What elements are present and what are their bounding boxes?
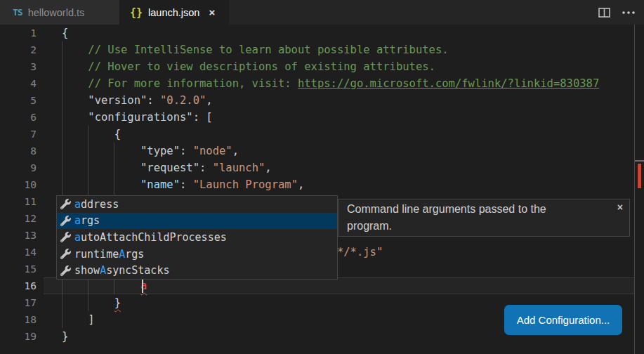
close-icon[interactable]: ×	[617, 202, 623, 213]
line-number: 11	[0, 193, 44, 210]
code-text: {	[62, 25, 68, 41]
code-text: }	[62, 328, 68, 345]
code-line[interactable]: 8 "type": "node",	[0, 143, 644, 159]
vscode-window: TS helloworld.ts {} launch.json ×	[0, 0, 644, 354]
split-editor-icon[interactable]	[598, 8, 610, 18]
line-number: 9	[0, 159, 44, 176]
close-tab-icon[interactable]: ×	[209, 6, 215, 18]
wrench-property-icon	[60, 199, 71, 209]
code-text: "request": "launch",	[62, 159, 272, 176]
code-text: ]	[62, 311, 95, 328]
editor-tab-bar: TS helloworld.ts {} launch.json ×	[0, 0, 644, 25]
code-line[interactable]: 9 "request": "launch",	[0, 159, 644, 176]
line-number: 16	[0, 277, 44, 294]
suggest-item-label: address	[74, 198, 119, 211]
code-editor[interactable]: 1{2 // Use IntelliSense to learn about p…	[0, 25, 644, 354]
code-text: "type": "node",	[62, 143, 239, 159]
line-number: 1	[0, 25, 44, 41]
code-line[interactable]: 16 a	[0, 277, 644, 294]
line-number: 18	[0, 311, 44, 328]
code-text: // For more information, visit: https://…	[62, 75, 599, 92]
json-file-icon: {}	[130, 6, 143, 19]
add-configuration-button[interactable]: Add Configuration...	[504, 305, 622, 335]
wrench-property-icon	[60, 232, 71, 242]
tab-label: helloworld.ts	[28, 7, 85, 18]
code-line[interactable]: 1{	[0, 25, 644, 41]
suggest-item-label: autoAttachChildProcesses	[74, 231, 227, 244]
line-number: 8	[0, 143, 44, 159]
line-number: 2	[0, 41, 44, 58]
suggest-doc-panel: Command line arguments passed to the pro…	[338, 199, 630, 237]
line-number: 17	[0, 294, 44, 311]
line-number: 14	[0, 244, 44, 261]
suggest-item-address[interactable]: address	[57, 196, 337, 213]
code-line[interactable]: 10 "name": "Launch Program",	[0, 176, 644, 193]
suggest-doc-text: Command line arguments passed to the pro…	[347, 201, 589, 235]
code-line[interactable]: 4 // For more information, visit: https:…	[0, 75, 644, 92]
code-line[interactable]: 6 "configurations": [	[0, 109, 644, 126]
line-number: 10	[0, 176, 44, 193]
intellisense-suggest-widget: addressargsautoAttachChildProcessesrunti…	[56, 195, 338, 280]
suggest-item-autoAttachChildProcesses[interactable]: autoAttachChildProcesses	[57, 229, 337, 246]
suggest-item-label: showAsyncStacks	[74, 264, 169, 277]
code-lines: 1{2 // Use IntelliSense to learn about p…	[0, 25, 644, 345]
tab-label: launch.json	[148, 7, 199, 18]
wrench-property-icon	[60, 266, 71, 276]
text-cursor	[142, 278, 143, 293]
code-line[interactable]: 2 // Use IntelliSense to learn about pos…	[0, 41, 644, 58]
tab-helloworld-ts[interactable]: TS helloworld.ts	[0, 0, 119, 25]
code-text: // Hover to view descriptions of existin…	[62, 58, 435, 75]
code-text: // Use IntelliSense to learn about possi…	[62, 41, 449, 58]
more-actions-icon[interactable]	[622, 11, 636, 15]
line-number: 7	[0, 126, 44, 143]
suggest-item-runtimeArgs[interactable]: runtimeArgs	[57, 246, 337, 263]
line-number: 15	[0, 261, 44, 277]
typescript-file-icon: TS	[13, 7, 22, 18]
suggest-item-args[interactable]: args	[57, 213, 337, 230]
suggest-item-label: runtimeArgs	[74, 248, 144, 261]
wrench-property-icon	[60, 216, 71, 226]
code-text: "version": "0.2.0",	[62, 92, 213, 109]
line-number: 4	[0, 75, 44, 92]
line-number: 6	[0, 109, 44, 126]
line-number: 3	[0, 58, 44, 75]
line-number: 19	[0, 328, 44, 345]
code-line[interactable]: 3 // Hover to view descriptions of exist…	[0, 58, 644, 75]
code-line[interactable]: 5 "version": "0.2.0",	[0, 92, 644, 109]
wrench-property-icon	[60, 249, 71, 259]
code-text: a	[62, 277, 147, 294]
code-text: "name": "Launch Program",	[62, 176, 304, 193]
code-text: {	[62, 126, 121, 143]
suggest-item-showAsyncStacks[interactable]: showAsyncStacks	[57, 262, 337, 279]
line-number: 13	[0, 227, 44, 244]
tab-launch-json[interactable]: {} launch.json ×	[119, 0, 229, 25]
line-number: 5	[0, 92, 44, 109]
line-number: 12	[0, 210, 44, 227]
editor-actions	[598, 0, 644, 25]
code-text: "configurations": [	[62, 109, 213, 126]
code-line[interactable]: 7 {	[0, 126, 644, 143]
code-text: }	[62, 294, 121, 311]
suggest-item-label: args	[74, 214, 100, 227]
